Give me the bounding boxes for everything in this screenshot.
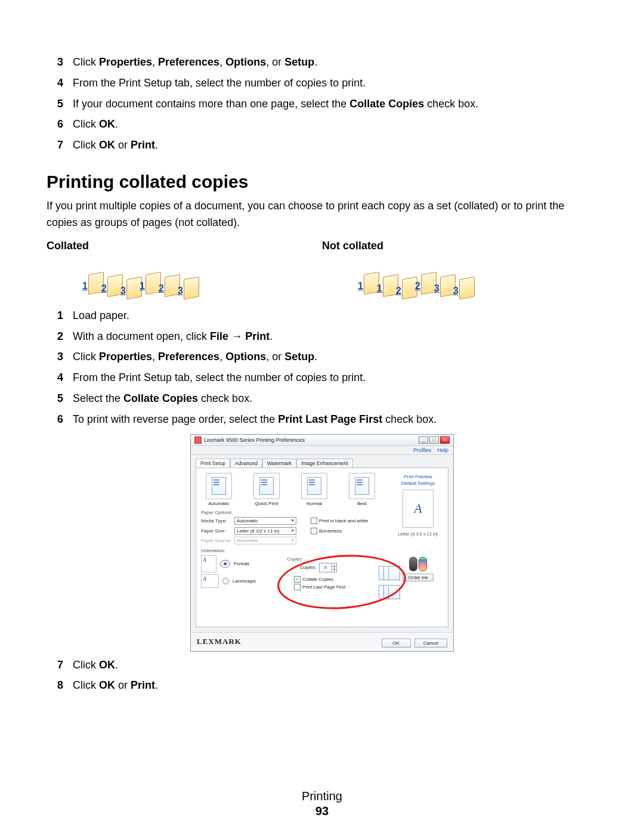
steps-list-3: 7Click OK.8Click OK or Print. <box>57 657 597 695</box>
borderless-label: Borderless <box>319 528 342 534</box>
quality-best[interactable]: Best <box>344 473 380 506</box>
maximize-button[interactable]: □ <box>429 436 439 444</box>
step-number: 2 <box>57 328 73 345</box>
paper-source-label: Paper Source: <box>201 538 234 543</box>
stack-number-label: 3 <box>434 283 439 294</box>
step-row: 4From the Print Setup tab, select the nu… <box>57 369 597 386</box>
step-text: If your document contains more than one … <box>73 95 597 113</box>
collate-preview-top-icon: 33 <box>379 566 400 580</box>
collate-copies-label: Collate Copies <box>302 577 333 582</box>
step-row: 6Click OK. <box>57 116 597 133</box>
stack-number-label: 2 <box>101 283 107 294</box>
not-collated-heading: Not collated <box>322 240 597 252</box>
stack-number-label: 1 <box>82 281 88 292</box>
tab-image-enhancement[interactable]: Image Enhancement <box>296 459 352 467</box>
collate-preview-bottom-icon: 33 <box>379 585 400 599</box>
landscape-label: Landscape <box>233 578 256 584</box>
portrait-radio[interactable] <box>220 560 230 568</box>
stack-number-label: 1 <box>358 281 363 292</box>
step-number: 8 <box>57 677 73 694</box>
step-number: 7 <box>57 137 73 154</box>
close-button[interactable]: × <box>440 436 450 444</box>
ok-button[interactable]: OK <box>382 639 411 648</box>
step-number: 4 <box>57 75 73 92</box>
print-last-page-first-label: Print Last Page First <box>302 584 345 590</box>
step-number: 1 <box>57 307 73 324</box>
step-text: Click OK or Print. <box>73 677 597 694</box>
step-row: 7Click OK. <box>57 657 597 674</box>
media-type-label: Media Type: <box>201 518 234 524</box>
dialog-title: Lexmark 9500 Series Printing Preferences <box>204 437 305 443</box>
step-row: 6To print with reverse page order, selec… <box>57 411 597 428</box>
quality-automatic[interactable]: Automatic <box>201 473 237 506</box>
step-row: 1Load paper. <box>57 307 597 324</box>
copies-spinner[interactable]: 8▴▾ <box>319 563 337 572</box>
page-stack-icon: 3 <box>184 278 199 301</box>
chevron-down-icon: ▾ <box>292 518 294 523</box>
brand-logo: LEXMARK <box>197 637 242 646</box>
dialog-tabs: Print Setup Advanced Watermark Image Enh… <box>191 455 453 467</box>
preview-thumbnail: A <box>402 490 434 528</box>
quality-normal[interactable]: Normal <box>296 473 332 506</box>
print-bw-checkbox[interactable] <box>311 518 317 524</box>
tab-print-setup[interactable]: Print Setup <box>196 459 230 467</box>
landscape-radio[interactable] <box>222 578 229 584</box>
landscape-thumb-icon: A <box>201 574 219 588</box>
quality-row: Automatic Quick Print Normal Best <box>201 473 380 506</box>
portrait-label: Portrait <box>234 561 249 566</box>
quality-quick-print[interactable]: Quick Print <box>249 473 284 506</box>
menu-help[interactable]: Help <box>437 447 448 453</box>
copies-label: Copies: <box>300 565 316 570</box>
footer-section: Printing <box>47 789 597 803</box>
tab-advanced[interactable]: Advanced <box>230 459 262 467</box>
portrait-thumb-icon: A <box>201 555 216 572</box>
spinner-down-icon[interactable]: ▾ <box>332 568 336 571</box>
top-steps-list: 3Click Properties, Preferences, Options,… <box>57 54 597 154</box>
stack-number-label: 2 <box>159 283 164 294</box>
media-type-select[interactable]: Automatic▾ <box>234 517 296 525</box>
step-text: Click OK. <box>73 657 597 674</box>
not-collated-illustration: 112233 <box>322 255 597 296</box>
page-stack-icon: 3 <box>459 278 475 301</box>
dialog-screenshot: Lexmark 9500 Series Printing Preferences… <box>47 434 597 652</box>
page-footer: Printing 93 <box>47 789 597 818</box>
paper-size-select[interactable]: Letter (8 1/2 x 11 in)▾ <box>234 527 296 535</box>
step-row: 4From the Print Setup tab, select the nu… <box>57 75 597 92</box>
dialog-menubar: Profiles Help <box>191 446 453 455</box>
print-bw-label: Print in black and white <box>319 518 368 524</box>
collate-illustration-row: Collated 123123 Not collated 112233 <box>47 240 597 296</box>
dialog-titlebar: Lexmark 9500 Series Printing Preferences… <box>191 435 453 446</box>
chevron-down-icon: ▾ <box>292 528 294 533</box>
app-icon <box>194 436 202 444</box>
footer-page-number: 93 <box>47 804 597 818</box>
borderless-checkbox[interactable] <box>311 528 317 534</box>
stack-number-label: 1 <box>377 283 382 294</box>
menu-profiles[interactable]: Profiles <box>413 447 431 453</box>
cancel-button[interactable]: Cancel <box>414 639 447 648</box>
step-number: 5 <box>57 95 73 113</box>
paper-size-label: Paper Size: <box>201 528 234 534</box>
link-default-settings[interactable]: Default Settings <box>393 481 443 486</box>
step-text: From the Print Setup tab, select the num… <box>73 369 597 386</box>
step-row: 8Click OK or Print. <box>57 677 597 694</box>
preview-paper-size: Letter (8 1/2 x 11 in) <box>393 531 443 537</box>
step-text: With a document open, click File → Print… <box>73 328 597 345</box>
step-number: 3 <box>57 54 73 71</box>
stack-number-label: 2 <box>415 281 420 292</box>
step-text: To print with reverse page order, select… <box>73 411 597 428</box>
step-text: From the Print Setup tab, select the num… <box>73 75 597 92</box>
step-row: 3Click Properties, Preferences, Options,… <box>57 54 597 71</box>
tab-watermark[interactable]: Watermark <box>262 459 296 467</box>
print-last-page-first-checkbox[interactable] <box>294 584 301 590</box>
step-number: 5 <box>57 390 73 407</box>
step-number: 4 <box>57 369 73 386</box>
link-print-preview[interactable]: Print Preview <box>393 474 443 479</box>
section-paragraph: If you print multiple copies of a docume… <box>47 198 597 231</box>
step-number: 6 <box>57 116 73 133</box>
minimize-button[interactable]: _ <box>419 436 428 444</box>
order-ink-button[interactable]: Order Ink <box>402 574 433 581</box>
chevron-down-icon: ▾ <box>292 538 294 543</box>
step-text: Click Properties, Preferences, Options, … <box>73 348 597 366</box>
stack-number-label: 3 <box>178 286 183 296</box>
collate-copies-checkbox[interactable]: ✓ <box>294 576 301 583</box>
